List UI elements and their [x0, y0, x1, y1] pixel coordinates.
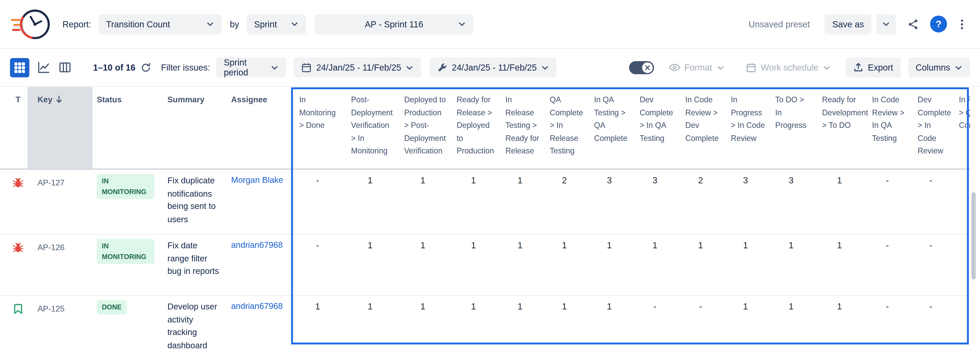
status-badge: IN MONITORING — [97, 174, 154, 199]
grid-view-button[interactable] — [10, 58, 29, 77]
transition-count-cell: 1 — [396, 296, 449, 357]
grid-icon — [14, 62, 25, 73]
more-button[interactable] — [954, 14, 970, 34]
status-badge: DONE — [97, 300, 127, 314]
vertical-scrollbar-thumb[interactable] — [971, 192, 976, 280]
transition-count-cell: 1 — [632, 235, 678, 295]
period-select[interactable]: Sprint period — [216, 57, 286, 77]
export-icon — [854, 62, 864, 72]
column-header-transition-15[interactable]: In Progress > QA Complete — [951, 87, 970, 168]
column-header-transition-1[interactable]: In Monitoring > Done — [291, 87, 344, 168]
transition-count-cell: - — [678, 296, 723, 357]
chart-view-button[interactable] — [37, 60, 51, 75]
transition-count-cell: 1 — [498, 296, 542, 357]
save-as-button[interactable]: Save as — [825, 14, 872, 34]
issue-key[interactable]: AP-125 — [27, 296, 92, 357]
group-by-value: Sprint — [254, 19, 277, 29]
chevron-down-icon — [717, 63, 725, 71]
more-vertical-icon — [956, 18, 968, 30]
chevron-down-icon — [270, 63, 279, 71]
status-cell: DONE — [92, 296, 165, 357]
transition-count-cell: - — [632, 296, 678, 357]
transition-count-cell: - — [910, 296, 951, 357]
transition-count-cell: 1 — [291, 296, 344, 357]
story-icon — [13, 303, 23, 314]
column-header-transition-4[interactable]: Ready for Release > Deployed to Producti… — [449, 87, 498, 168]
work-schedule-button[interactable]: Work schedule — [738, 57, 838, 77]
toggle-switch[interactable] — [629, 61, 654, 74]
table-body: AP-127IN MONITORINGFix duplicate notific… — [0, 170, 970, 357]
sort-desc-icon — [56, 95, 62, 103]
issue-key[interactable]: AP-126 — [27, 235, 92, 295]
toolbar: 1–10 of 16 Filter issues: Sprint period — [0, 49, 980, 87]
transition-count-cell: 1 — [498, 170, 542, 234]
column-header-transition-7[interactable]: In QA Testing > QA Complete — [587, 87, 632, 168]
transition-count-cell: 1 — [587, 235, 632, 295]
chevron-down-icon — [541, 63, 549, 71]
app: Report: Transition Count by Sprint AP - … — [0, 0, 980, 357]
issue-key[interactable]: AP-127 — [27, 170, 92, 234]
column-header-transition-14[interactable]: Dev Complete > In Code Review — [910, 87, 951, 168]
issue-summary[interactable]: Develop user activity tracking dashboard — [165, 296, 228, 357]
column-header-transition-13[interactable]: In Code Review > In QA Testing — [865, 87, 910, 168]
status-badge: IN MONITORING — [97, 239, 154, 264]
report-label: Report: — [62, 19, 91, 29]
column-header-type[interactable]: T — [9, 87, 27, 168]
assignee-link[interactable]: andrian67968 — [228, 235, 291, 295]
bug-icon — [13, 242, 24, 254]
column-header-key[interactable]: Key — [27, 87, 92, 168]
transition-count-cell: 1 — [815, 235, 865, 295]
board-view-button[interactable] — [58, 60, 72, 75]
transition-count-cell: 1 — [449, 296, 498, 357]
column-header-transition-5[interactable]: In Release Testing > Ready for Release — [498, 87, 542, 168]
issue-summary[interactable]: Fix date range filter bug in reports — [165, 235, 228, 295]
transition-count-cell: 1 — [768, 235, 815, 295]
column-header-transition-12[interactable]: Ready for Development > To DO — [815, 87, 865, 168]
table-row: AP-126IN MONITORINGFix date range filter… — [0, 235, 970, 296]
column-header-transition-8[interactable]: Dev Complete > In QA Testing — [632, 87, 678, 168]
issue-type-cell — [9, 235, 27, 295]
column-header-summary[interactable]: Summary — [165, 87, 228, 168]
column-header-transition-6[interactable]: QA Complete > In Release Testing — [542, 87, 587, 168]
column-header-status[interactable]: Status — [92, 87, 165, 168]
column-header-transition-2[interactable]: Post-Deployment Verification > In Monito… — [344, 87, 396, 168]
eye-icon — [669, 63, 680, 71]
assignee-link[interactable]: andrian67968 — [228, 296, 291, 357]
columns-button[interactable]: Columns — [908, 57, 970, 77]
transition-count-cell: 1 — [344, 296, 396, 357]
column-header-transition-3[interactable]: Deployed to Production > Post-Deployment… — [396, 87, 449, 168]
format-button[interactable]: Format — [661, 57, 732, 77]
transition-count-cell: 1 — [724, 235, 768, 295]
export-button[interactable]: Export — [846, 57, 900, 77]
chevron-down-icon — [290, 20, 299, 28]
share-button[interactable] — [904, 14, 922, 34]
column-header-transition-11[interactable]: To DO > In Progress — [768, 87, 815, 168]
transition-count-cell: 1 — [815, 296, 865, 357]
topbar: Report: Transition Count by Sprint AP - … — [0, 0, 980, 49]
sprint-select[interactable]: AP - Sprint 116 — [315, 14, 473, 34]
transition-count-cell — [951, 170, 970, 234]
group-by-select[interactable]: Sprint — [247, 14, 306, 34]
transition-count-cell: - — [865, 296, 910, 357]
transition-count-cell: - — [865, 235, 910, 295]
column-header-transition-9[interactable]: In Code Review > Dev Complete — [678, 87, 723, 168]
issue-summary[interactable]: Fix duplicate notifications being sent t… — [165, 170, 228, 234]
save-as-dropdown-button[interactable] — [876, 14, 896, 34]
table-header-row: T Key Status Summary Assignee In Monitor… — [0, 87, 970, 170]
chevron-down-icon — [206, 20, 214, 28]
transition-count-cell: 3 — [587, 170, 632, 234]
assignee-link[interactable]: Morgan Blake — [228, 170, 291, 234]
work-range-button[interactable]: 24/Jan/25 - 11/Feb/25 — [430, 57, 557, 77]
refresh-button[interactable] — [140, 62, 151, 73]
report-type-select[interactable]: Transition Count — [99, 14, 222, 34]
transition-count-cell: 3 — [768, 170, 815, 234]
preset-status: Unsaved preset — [749, 19, 810, 29]
transition-count-cell: 1 — [498, 235, 542, 295]
help-button[interactable]: ? — [930, 16, 947, 32]
column-header-transition-10[interactable]: In Progress > In Code Review — [724, 87, 768, 168]
date-range-button[interactable]: 24/Jan/25 - 11/Feb/25 — [294, 57, 422, 77]
pagination-range: 1–10 of 16 — [93, 62, 135, 72]
column-header-assignee[interactable]: Assignee — [228, 87, 291, 168]
issue-type-cell — [9, 170, 27, 234]
chevron-down-icon — [823, 63, 831, 71]
